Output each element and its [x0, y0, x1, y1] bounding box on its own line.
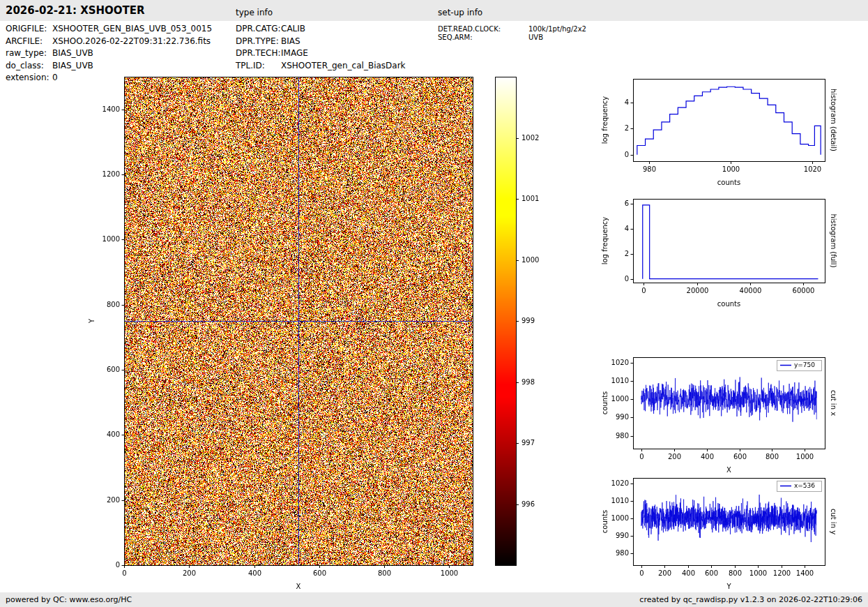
setup-info-row: SEQ.ARM:UVB [438, 33, 586, 42]
meta-value: CALIB [281, 24, 305, 33]
setup-info-block: DET.READ.CLOCK:100k/1pt/hg/2x2 SEQ.ARM:U… [438, 25, 586, 42]
bias-image-plot [77, 70, 495, 594]
meta-value: XSHOO.2026-02-22T09:31:22.736.fits [52, 36, 211, 46]
cut-in-x-plot [589, 352, 868, 474]
meta-value: BIAS_UVB [52, 48, 93, 58]
footer-left-text: powered by QC: www.eso.org/HC [6, 595, 132, 604]
type-info-heading: type info [236, 8, 273, 17]
histogram-detail-plot [589, 70, 868, 194]
cut-in-y-plot [589, 473, 868, 593]
file-info-row: ARCFILE:XSHOO.2026-02-22T09:31:22.736.fi… [6, 36, 212, 49]
meta-label: DPR.TYPE: [236, 36, 281, 46]
meta-value: XSHOOTER_GEN_BIAS_UVB_053_0015 [52, 24, 212, 33]
type-info-row: DPR.TECH:IMAGE [236, 48, 406, 61]
meta-label: extension: [6, 73, 52, 82]
file-info-row: raw_type:BIAS_UVB [6, 48, 212, 61]
type-info-row: DPR.CATG:CALIB [236, 24, 406, 36]
header-bar: 2026-02-21: XSHOOTER type info set-up in… [0, 0, 868, 21]
footer-right-text: created by qc_rawdisp.py v1.2.3 on 2026-… [639, 595, 862, 604]
meta-value: BIAS_UVB [52, 61, 93, 70]
colorbar [488, 70, 554, 579]
setup-info-heading: set-up info [438, 8, 482, 17]
meta-label: DPR.TECH: [236, 48, 281, 58]
meta-value: UVB [528, 33, 543, 41]
file-info-row: ORIGFILE:XSHOOTER_GEN_BIAS_UVB_053_0015 [6, 24, 212, 36]
setup-info-row: DET.READ.CLOCK:100k/1pt/hg/2x2 [438, 25, 586, 33]
meta-label: TPL.ID: [236, 61, 281, 70]
meta-value: 0 [52, 73, 58, 82]
type-info-block: DPR.CATG:CALIB DPR.TYPE:BIAS DPR.TECH:IM… [236, 24, 406, 73]
meta-label: DPR.CATG: [236, 24, 281, 33]
meta-value: BIAS [281, 36, 300, 46]
meta-label: DET.READ.CLOCK: [438, 25, 528, 33]
type-info-row: DPR.TYPE:BIAS [236, 36, 406, 49]
meta-label: ARCFILE: [6, 36, 52, 46]
footer-bar: powered by QC: www.eso.org/HC created by… [0, 592, 868, 607]
meta-label: do_class: [6, 61, 52, 70]
page-title: 2026-02-21: XSHOOTER [6, 4, 145, 17]
meta-label: raw_type: [6, 48, 52, 58]
meta-value: IMAGE [281, 48, 308, 58]
histogram-full-plot [589, 194, 868, 318]
meta-label: SEQ.ARM: [438, 33, 528, 41]
meta-label: ORIGFILE: [6, 24, 52, 33]
meta-value: 100k/1pt/hg/2x2 [528, 25, 586, 33]
meta-value: XSHOOTER_gen_cal_BiasDark [281, 61, 406, 70]
